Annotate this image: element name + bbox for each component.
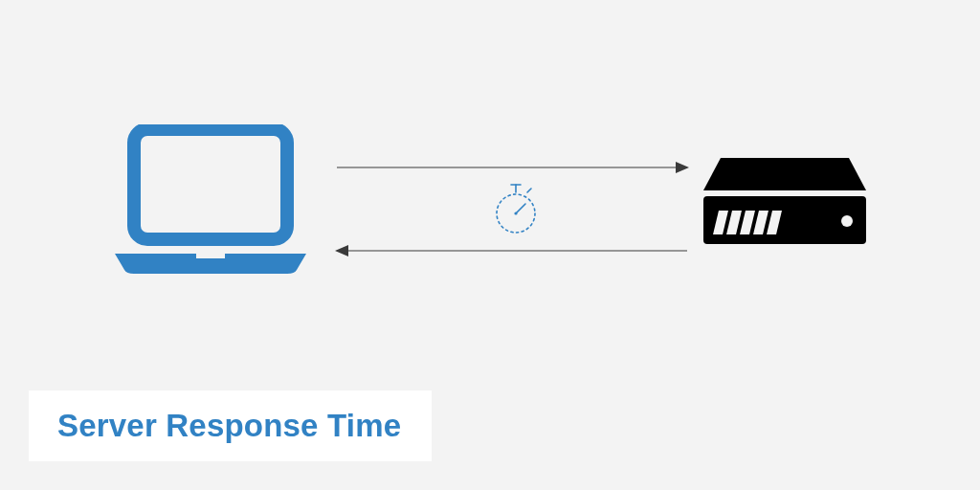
svg-line-9 — [516, 204, 525, 213]
page-title: Server Response Time — [57, 408, 401, 444]
svg-line-6 — [527, 189, 531, 192]
arrow-request — [335, 158, 689, 177]
arrow-response — [335, 241, 689, 260]
server-icon — [703, 158, 866, 249]
svg-marker-3 — [676, 162, 689, 173]
stopwatch-icon — [495, 183, 537, 236]
svg-rect-0 — [134, 129, 287, 239]
svg-rect-1 — [196, 254, 225, 258]
svg-marker-11 — [335, 245, 348, 256]
title-panel: Server Response Time — [29, 390, 432, 461]
diagram-stage: Server Response Time — [0, 0, 980, 490]
svg-point-18 — [841, 215, 853, 227]
laptop-icon — [115, 124, 306, 278]
